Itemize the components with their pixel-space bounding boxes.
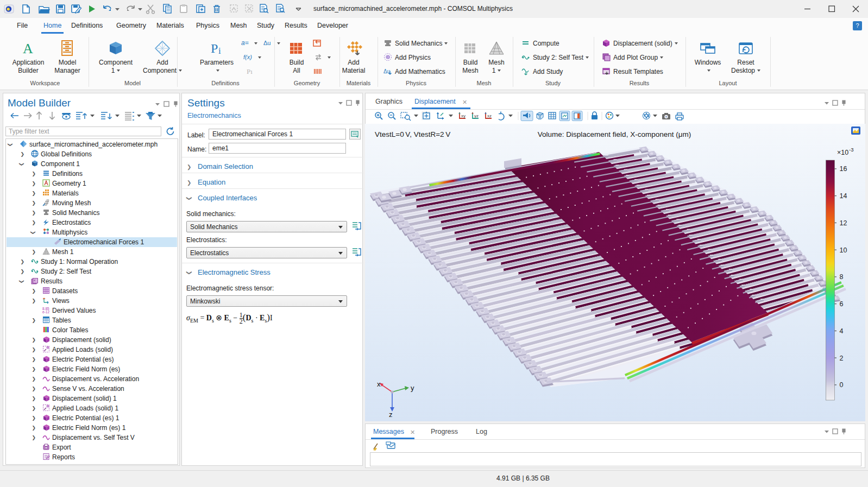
svg-text:Δu: Δu bbox=[263, 40, 271, 46]
svg-text:i: i bbox=[218, 46, 221, 56]
svg-text:x: x bbox=[377, 380, 381, 388]
svg-text:y: y bbox=[411, 384, 414, 392]
svg-text:VtestL=0 V, VtestR=2 V: VtestL=0 V, VtestR=2 V bbox=[375, 130, 450, 138]
svg-text:0: 0 bbox=[840, 381, 844, 389]
svg-text:6: 6 bbox=[840, 300, 844, 308]
svg-text:10: 10 bbox=[840, 246, 847, 254]
svg-text:a=: a= bbox=[241, 39, 249, 47]
svg-text:f(x): f(x) bbox=[243, 54, 252, 60]
svg-text:P: P bbox=[211, 41, 218, 55]
svg-text:-3: -3 bbox=[849, 147, 853, 153]
svg-text:14: 14 bbox=[840, 192, 847, 200]
svg-text:4: 4 bbox=[840, 327, 844, 335]
svg-text:12: 12 bbox=[840, 219, 847, 227]
svg-text:2: 2 bbox=[840, 355, 844, 362]
svg-text:z: z bbox=[389, 410, 393, 419]
svg-text:Volume: Displacement field, X-: Volume: Displacement field, X-component … bbox=[538, 130, 691, 138]
svg-text:8: 8 bbox=[840, 273, 844, 281]
svg-text:16: 16 bbox=[840, 165, 847, 173]
svg-text:Pı: Pı bbox=[247, 67, 253, 75]
svg-text:e-12: e-12 bbox=[42, 310, 49, 314]
svg-text:×10: ×10 bbox=[837, 149, 848, 156]
svg-text:A: A bbox=[23, 41, 33, 56]
